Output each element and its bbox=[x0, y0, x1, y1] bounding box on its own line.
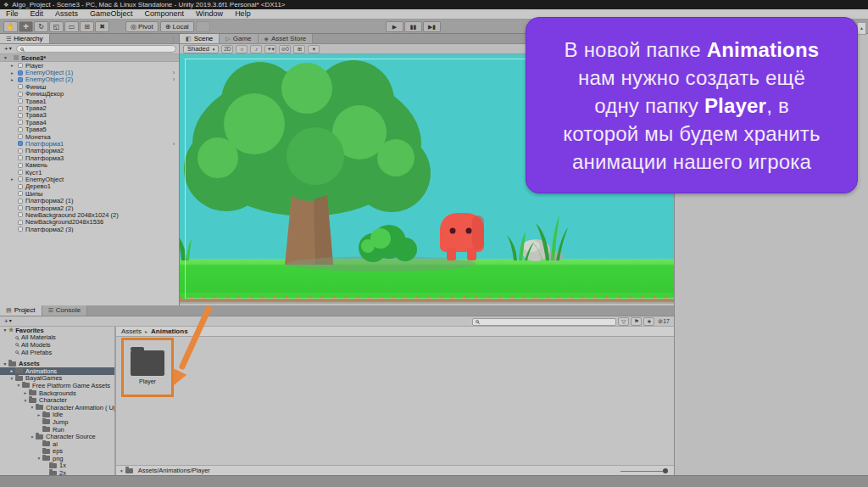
hierarchy-item[interactable]: ▸EnemyObject bbox=[0, 176, 179, 182]
custom-tool-button[interactable]: ✖ bbox=[95, 21, 109, 32]
tab-asset-store[interactable]: ◈Asset Store bbox=[259, 34, 314, 43]
transform-tool-button[interactable]: ⊞ bbox=[80, 21, 94, 32]
effects-dropdown[interactable]: ✦▾ bbox=[264, 45, 276, 53]
lighting-toggle[interactable]: ☼ bbox=[236, 45, 248, 53]
project-tree-item-jump[interactable]: Jump bbox=[0, 418, 114, 426]
local-button[interactable]: ⊕ Local bbox=[160, 21, 194, 32]
foldout-icon[interactable]: ▾ bbox=[29, 405, 36, 410]
tab-scene[interactable]: ◧Scene bbox=[180, 34, 220, 43]
foldout-icon[interactable]: ▸ bbox=[11, 77, 18, 82]
hierarchy-item[interactable]: Монетка bbox=[0, 133, 179, 140]
panel-menu-icon[interactable]: ⋮ bbox=[170, 34, 179, 43]
hierarchy-item[interactable]: ▸EnemyObject (2)› bbox=[0, 76, 179, 83]
scene-header-row[interactable]: ▾ Scene3* bbox=[0, 54, 179, 62]
foldout-icon[interactable]: ▾ bbox=[2, 327, 8, 333]
chevron-down-icon[interactable]: ▾ bbox=[120, 468, 123, 473]
project-tree-item-character[interactable]: ▾Character bbox=[0, 396, 114, 404]
rect-tool-button[interactable]: ▭ bbox=[64, 21, 79, 32]
hierarchy-item[interactable]: Камень bbox=[0, 161, 179, 168]
hierarchy-item[interactable]: Платформа3 bbox=[0, 154, 179, 161]
hierarchy-item[interactable]: Финиш bbox=[0, 83, 179, 90]
foldout-icon[interactable]: ▸ bbox=[11, 176, 18, 182]
hierarchy-item[interactable]: Дерево1 bbox=[0, 183, 179, 190]
2d-toggle[interactable]: 2D bbox=[221, 45, 233, 53]
foldout-icon[interactable]: ▾ bbox=[4, 55, 11, 60]
menu-component[interactable]: Component bbox=[139, 9, 191, 19]
prefab-more-icon[interactable]: › bbox=[173, 141, 179, 147]
menu-edit[interactable]: Edit bbox=[25, 9, 50, 19]
asset-grid[interactable]: Player bbox=[116, 337, 674, 465]
hierarchy-item[interactable]: Трава1 bbox=[0, 98, 179, 104]
shading-mode-dropdown[interactable]: Shaded ▾ bbox=[183, 45, 219, 53]
project-tree-item-1x[interactable]: 1x bbox=[0, 462, 114, 470]
hierarchy-item[interactable]: ▸EnemyObject (1)› bbox=[0, 69, 179, 76]
project-tree-item-backgrounds[interactable]: ▸Backgrounds bbox=[0, 389, 114, 397]
project-tree-item-eps[interactable]: eps bbox=[0, 448, 114, 456]
hierarchy-item[interactable]: ФинишДекор bbox=[0, 91, 179, 98]
project-search-input[interactable] bbox=[472, 318, 616, 326]
hierarchy-item[interactable]: Платформа2 bbox=[0, 148, 179, 154]
menu-assets[interactable]: Assets bbox=[49, 9, 84, 19]
scrollbar-up-button[interactable]: ▴ bbox=[857, 22, 866, 35]
project-tree-item-all-materials[interactable]: All Materials bbox=[0, 334, 114, 342]
hierarchy-item[interactable]: Трава4 bbox=[0, 119, 179, 126]
menu-help[interactable]: Help bbox=[229, 9, 257, 19]
gizmos-dropdown[interactable]: ▾ bbox=[308, 45, 320, 53]
tab-console[interactable]: ☰Console bbox=[42, 305, 88, 316]
project-tree-item-favorites[interactable]: ▾★Favorites bbox=[0, 327, 114, 334]
audio-toggle[interactable]: ♪ bbox=[250, 45, 262, 53]
foldout-icon[interactable]: ▾ bbox=[36, 456, 42, 461]
menu-file[interactable]: File bbox=[0, 9, 25, 19]
breadcrumb-current[interactable]: Animations bbox=[151, 327, 188, 335]
project-tree-item-idle[interactable]: ▸Idle bbox=[0, 411, 114, 419]
grid-toggle[interactable]: ⊞ bbox=[293, 45, 305, 53]
thumbnail-zoom-slider[interactable] bbox=[620, 467, 670, 475]
pause-button[interactable]: ▮▮ bbox=[404, 21, 422, 32]
foldout-icon[interactable]: ▾ bbox=[29, 434, 36, 439]
hierarchy-item[interactable]: Платформа1› bbox=[0, 140, 179, 147]
play-button[interactable]: ▶ bbox=[386, 21, 403, 32]
hierarchy-item[interactable]: NewBackground2048x1536 bbox=[0, 219, 179, 226]
breadcrumb-root[interactable]: Assets bbox=[121, 327, 142, 335]
create-asset-button[interactable]: +▾ bbox=[3, 317, 14, 325]
foldout-icon[interactable]: ▾ bbox=[15, 383, 22, 388]
foldout-icon[interactable]: ▸ bbox=[11, 63, 18, 68]
project-tree-item-character-animation-updat[interactable]: ▾Character Animation ( Updat bbox=[0, 404, 114, 411]
project-tree-item-run[interactable]: Run bbox=[0, 426, 114, 434]
tab-project[interactable]: ▤Project bbox=[0, 305, 42, 316]
foldout-icon[interactable]: ▾ bbox=[8, 376, 15, 381]
menu-gameobject[interactable]: GameObject bbox=[84, 9, 139, 19]
search-by-label-button[interactable]: ⚑ bbox=[631, 317, 642, 326]
create-object-button[interactable]: +▾ bbox=[3, 45, 14, 53]
project-tree-item-character-source[interactable]: ▾Character Source bbox=[0, 433, 114, 440]
project-tree-item-free-platform-game-assets[interactable]: ▾Free Platform Game Assets bbox=[0, 382, 114, 389]
hierarchy-search-input[interactable] bbox=[16, 45, 176, 53]
hierarchy-item[interactable]: Трава2 bbox=[0, 104, 179, 111]
hidden-objects-count[interactable]: ⊘0 bbox=[279, 45, 291, 53]
project-tree-item-bayatgames[interactable]: ▾BayatGames bbox=[0, 375, 114, 383]
rotate-tool-button[interactable]: ↻ bbox=[34, 21, 48, 32]
project-tree-item-assets[interactable]: ▾Assets bbox=[0, 360, 114, 367]
hand-tool-button[interactable]: ✋ bbox=[3, 21, 18, 32]
hierarchy-item[interactable]: Платформа2 (1) bbox=[0, 197, 179, 204]
hierarchy-item[interactable]: Куст1 bbox=[0, 169, 179, 176]
hierarchy-item[interactable]: Шипы bbox=[0, 190, 179, 197]
hierarchy-item[interactable]: ▸Player bbox=[0, 62, 179, 69]
tab-hierarchy[interactable]: ☰ Hierarchy bbox=[0, 34, 50, 43]
tab-game[interactable]: ▷Game bbox=[220, 34, 258, 43]
project-tree-item-all-models[interactable]: All Models bbox=[0, 341, 114, 349]
project-tree-item-ai[interactable]: ai bbox=[0, 440, 114, 448]
project-tree-item-2x[interactable]: 2x bbox=[0, 469, 114, 475]
pivot-button[interactable]: ◎ Pivot bbox=[125, 21, 159, 32]
foldout-icon[interactable]: ▸ bbox=[36, 412, 42, 417]
menu-window[interactable]: Window bbox=[190, 9, 229, 19]
hierarchy-item[interactable]: Платформа2 (2) bbox=[0, 204, 179, 211]
foldout-icon[interactable]: ▸ bbox=[8, 368, 15, 373]
save-search-button[interactable]: ★ bbox=[643, 317, 654, 326]
scale-tool-button[interactable]: ◱ bbox=[49, 21, 64, 32]
player-folder-highlight[interactable]: Player bbox=[121, 338, 174, 397]
prefab-more-icon[interactable]: › bbox=[173, 70, 179, 76]
hierarchy-item[interactable]: Трава3 bbox=[0, 112, 179, 119]
hierarchy-item[interactable]: Трава5 bbox=[0, 126, 179, 133]
hierarchy-item[interactable]: NewBackgraound 2048x1024 (2) bbox=[0, 211, 179, 218]
